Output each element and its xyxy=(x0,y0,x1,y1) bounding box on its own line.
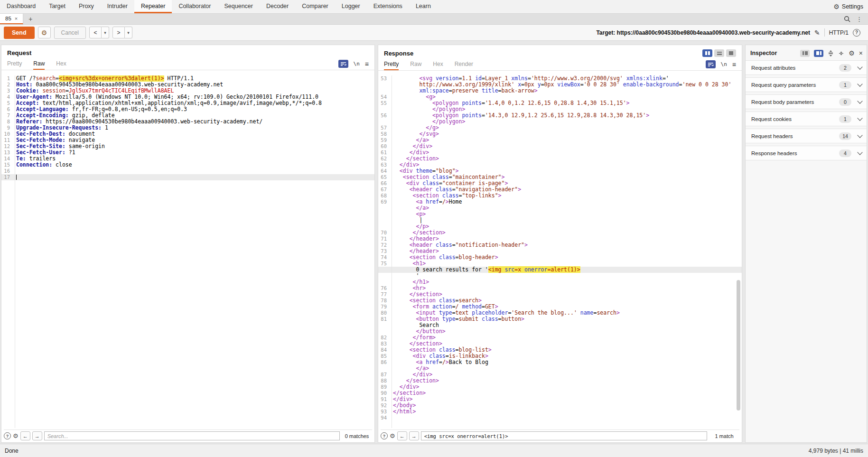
line-number: 57 xyxy=(378,125,389,131)
search-prev-icon[interactable]: ← xyxy=(20,431,30,440)
help-icon[interactable]: ? xyxy=(853,29,860,37)
inspector-close-icon[interactable]: × xyxy=(859,49,863,57)
menu-item-intruder[interactable]: Intruder xyxy=(101,0,134,13)
response-tab-hex[interactable]: Hex xyxy=(433,58,443,70)
layout-rows-icon[interactable] xyxy=(714,49,724,57)
response-search-input[interactable] xyxy=(421,431,707,440)
response-tabs: PrettyRawHexRender \n ≡ xyxy=(378,58,742,71)
word-wrap-icon[interactable] xyxy=(338,60,348,68)
request-tab-hex[interactable]: Hex xyxy=(56,58,66,70)
search-settings-icon[interactable]: ⚙ xyxy=(390,433,395,439)
request-editor[interactable]: 1GET /?search=<img+src%3dx+onerror%3dale… xyxy=(1,75,374,428)
layout-tabs-icon[interactable] xyxy=(726,49,736,57)
inspector-dock-right-icon[interactable] xyxy=(814,50,823,57)
show-newlines-icon[interactable]: \n xyxy=(721,61,727,67)
menu-item-decoder[interactable]: Decoder xyxy=(260,0,295,13)
search-prev-icon[interactable]: ← xyxy=(397,431,407,440)
response-editor[interactable]: 53 <svg version=1.1 id=Layer_1 xmlns='ht… xyxy=(378,75,742,428)
editor-menu-icon[interactable]: ≡ xyxy=(732,61,736,68)
response-scrollbar[interactable] xyxy=(736,75,741,428)
line-number: 14 xyxy=(1,156,12,162)
history-forward-button[interactable]: > xyxy=(112,27,125,38)
history-forward-dropdown[interactable]: ▾ xyxy=(125,27,132,38)
section-count-badge: 2 xyxy=(839,64,851,72)
new-tab-button[interactable]: + xyxy=(23,14,37,24)
line-number: 77 xyxy=(378,291,389,298)
menu-item-repeater[interactable]: Repeater xyxy=(134,0,172,13)
search-next-icon[interactable]: → xyxy=(409,431,419,440)
line-number xyxy=(378,267,389,273)
chevron-down-icon[interactable] xyxy=(857,115,862,121)
menu-item-learn[interactable]: Learn xyxy=(409,0,438,13)
scrollbar-thumb[interactable] xyxy=(737,280,740,410)
response-search-bar: ? ⚙ ← → 1 match xyxy=(381,429,739,441)
repeater-tab-85[interactable]: 85 × xyxy=(0,14,23,24)
search-help-icon[interactable]: ? xyxy=(4,432,11,439)
line-number: 82 xyxy=(378,335,389,341)
inspector-settings-icon[interactable]: ⚙ xyxy=(849,50,855,56)
inspector-section-response-headers[interactable]: Response headers4 xyxy=(746,146,867,160)
chevron-down-icon[interactable] xyxy=(857,81,862,86)
line-number: 60 xyxy=(378,143,389,149)
collapse-all-icon[interactable] xyxy=(838,50,844,56)
line-number: 70 xyxy=(378,230,389,236)
line-number: 75 xyxy=(378,261,389,267)
search-help-icon[interactable]: ? xyxy=(381,432,388,439)
section-count-badge: 1 xyxy=(839,81,851,89)
send-settings-button[interactable]: ⚙ xyxy=(38,27,51,38)
menu-item-collaborator[interactable]: Collaborator xyxy=(172,0,217,13)
word-wrap-icon[interactable] xyxy=(706,60,716,68)
inspector-section-request-cookies[interactable]: Request cookies1 xyxy=(746,112,867,126)
code-line: 60 </div> xyxy=(378,143,742,149)
history-back-button[interactable]: < xyxy=(89,27,102,38)
menu-item-target[interactable]: Target xyxy=(42,0,72,13)
menu-item-logger[interactable]: Logger xyxy=(335,0,367,13)
request-tab-raw[interactable]: Raw xyxy=(33,58,45,70)
expand-all-icon[interactable] xyxy=(828,50,834,56)
line-number: 6 xyxy=(1,106,12,112)
line-number: 53 xyxy=(378,75,389,82)
line-number xyxy=(378,279,389,285)
inspector-section-request-body-parameters[interactable]: Request body parameters0 xyxy=(746,94,867,109)
show-newlines-icon[interactable]: \n xyxy=(354,61,360,67)
history-back-dropdown[interactable]: ▾ xyxy=(102,27,109,38)
chevron-down-icon[interactable] xyxy=(857,98,862,103)
line-number: 71 xyxy=(378,236,389,242)
chevron-down-icon[interactable] xyxy=(857,64,862,69)
inspector-section-request-query-parameters[interactable]: Request query parameters1 xyxy=(746,77,867,92)
response-tab-pretty[interactable]: Pretty xyxy=(384,58,399,70)
inspector-dock-left-icon[interactable] xyxy=(800,50,810,57)
menu-item-dashboard[interactable]: Dashboard xyxy=(0,0,42,13)
response-tab-render[interactable]: Render xyxy=(455,58,473,70)
menu-item-sequencer[interactable]: Sequencer xyxy=(217,0,259,13)
request-search-input[interactable] xyxy=(44,431,340,440)
editor-menu-icon[interactable]: ≡ xyxy=(365,60,369,68)
inspector-section-request-attributes[interactable]: Request attributes2 xyxy=(746,60,867,75)
line-number: 90 xyxy=(378,390,389,396)
request-tab-pretty[interactable]: Pretty xyxy=(7,58,22,70)
search-next-icon[interactable]: → xyxy=(32,431,42,440)
edit-target-pencil-icon[interactable]: ✎ xyxy=(814,29,820,37)
search-settings-icon[interactable]: ⚙ xyxy=(13,433,19,439)
settings-button[interactable]: ⚙ Settings xyxy=(833,0,868,13)
line-number xyxy=(378,224,389,230)
menu-item-comparer[interactable]: Comparer xyxy=(295,0,335,13)
cancel-button[interactable]: Cancel xyxy=(54,27,86,39)
kebab-menu-icon[interactable]: ⋮ xyxy=(856,16,862,23)
tab-close-icon[interactable]: × xyxy=(15,16,18,21)
search-icon[interactable] xyxy=(844,16,850,22)
send-button[interactable]: Send xyxy=(4,27,35,39)
response-tab-raw[interactable]: Raw xyxy=(410,58,421,70)
line-number: 56 xyxy=(378,112,389,119)
request-match-count: 0 matches xyxy=(342,433,372,439)
menu-item-extensions[interactable]: Extensions xyxy=(367,0,409,13)
code-line: </a> xyxy=(378,365,742,372)
inspector-section-request-headers[interactable]: Request headers14 xyxy=(746,129,867,143)
http-version-label[interactable]: HTTP/1 xyxy=(829,29,849,36)
chevron-down-icon[interactable] xyxy=(857,132,862,138)
menu-item-proxy[interactable]: Proxy xyxy=(72,0,101,13)
layout-columns-icon[interactable] xyxy=(702,49,712,57)
chevron-down-icon[interactable] xyxy=(857,149,862,155)
line-number xyxy=(378,88,389,94)
line-number: 86 xyxy=(378,359,389,365)
